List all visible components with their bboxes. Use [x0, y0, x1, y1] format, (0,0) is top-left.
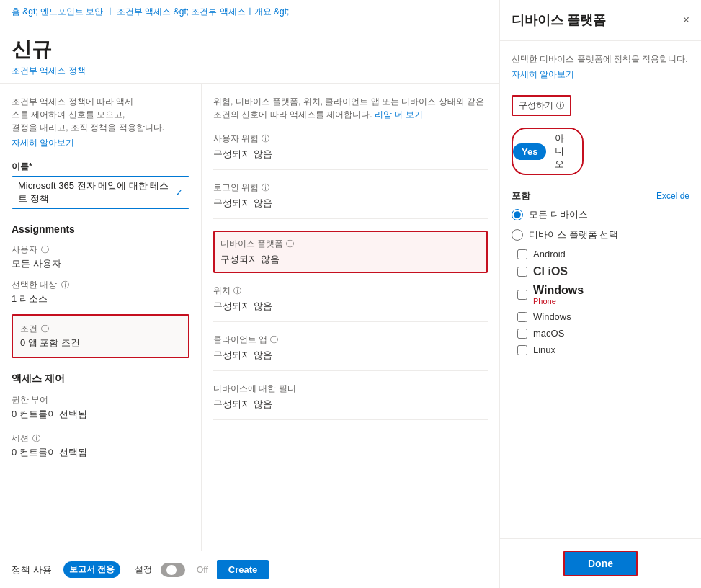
client-apps-field: 클라이언트 앱 ⓘ 구성되지 않음 [213, 334, 488, 371]
name-label: 이름* [12, 161, 189, 173]
target-value[interactable]: 1 리소스 [12, 293, 189, 306]
all-devices-radio[interactable] [512, 209, 523, 220]
configure-section: 구성하기 ⓘ Yes 아니오 [512, 95, 689, 175]
no-button[interactable]: 아니오 [546, 129, 582, 174]
login-risk-field: 로그인 위험 ⓘ 구성되지 않음 [213, 182, 488, 219]
side-panel-learn-more[interactable]: 자세히 알아보기 [512, 69, 574, 79]
select-platform-option[interactable]: 디바이스 플랫폼 선택 [512, 228, 689, 241]
side-panel-title: 디바이스 플랫폼 [512, 12, 606, 29]
linux-checkbox[interactable] [517, 345, 527, 355]
session-label: 세션 ⓘ [12, 432, 189, 445]
breadcrumb-conditional[interactable]: 조건부 액세스 &gt; [117, 6, 189, 17]
check-icon: ✓ [175, 187, 183, 198]
windows-checkbox[interactable] [517, 312, 527, 322]
macos-option: macOS [517, 328, 689, 339]
right-description: 위험, 디바이스 플랫폼, 위치, 클라이언트 앱 또는 디바이스 상태와 같은… [213, 95, 488, 121]
client-apps-info: ⓘ [270, 334, 278, 345]
ios-text: Cl iOS [533, 265, 568, 277]
condition-label: 조건 ⓘ [20, 323, 181, 335]
off-text: Off [197, 565, 208, 575]
permission-value[interactable]: 0 컨트롤이 선택됨 [12, 408, 189, 421]
windows-phone-sub: Phone [533, 297, 584, 306]
client-apps-label: 클라이언트 앱 ⓘ [213, 334, 488, 346]
login-risk-info: ⓘ [262, 182, 269, 193]
target-field: 선택한 대상 ⓘ 1 리소스 [12, 279, 189, 306]
location-value[interactable]: 구성되지 않음 [213, 300, 488, 313]
yes-button[interactable]: Yes [513, 143, 546, 160]
name-value: Microsoft 365 전자 메일에 대한 테스트 정책 [18, 179, 172, 205]
location-field: 위치 ⓘ 구성되지 않음 [213, 285, 488, 322]
breadcrumb-home[interactable]: 홈 &gt; [12, 6, 38, 17]
user-risk-info: ⓘ [262, 133, 269, 144]
login-risk-label: 로그인 위험 ⓘ [213, 182, 488, 194]
macos-label: macOS [533, 328, 564, 339]
name-input[interactable]: Microsoft 365 전자 메일에 대한 테스트 정책 ✓ [12, 176, 189, 209]
configure-label: 구성하기 ⓘ [512, 95, 571, 116]
configure-info-icon: ⓘ [556, 100, 564, 111]
breadcrumb: 홈 &gt; 엔드포인트 보안 ㅣ 조건부 액세스 &gt; 조건부 액세스ㅣ개… [0, 0, 499, 24]
location-label: 위치 ⓘ [213, 285, 488, 297]
windows-phone-label: Windows Phone [533, 284, 584, 306]
device-filter-value[interactable]: 구성되지 않음 [213, 398, 488, 411]
excel-link[interactable]: Excel de [656, 191, 689, 201]
windows-label: Windows [533, 311, 571, 322]
page-subtitle[interactable]: 조건부 액세스 정책 [12, 65, 488, 77]
macos-checkbox[interactable] [517, 329, 527, 339]
side-panel-footer: Done [500, 538, 701, 588]
yes-no-toggle[interactable]: Yes 아니오 [512, 128, 584, 175]
windows-phone-text: Windows [533, 284, 584, 297]
page-header: 신규 조건부 액세스 정책 [0, 24, 499, 84]
users-info-icon: ⓘ [41, 245, 49, 254]
breadcrumb-endpoint[interactable]: 엔드포인트 보안 [40, 6, 103, 17]
configure-text: 구성하기 [519, 99, 553, 112]
breadcrumb-detail[interactable]: 조건부 액세스ㅣ개요 &gt; [191, 6, 289, 17]
done-button[interactable]: Done [563, 551, 638, 576]
session-info-icon: ⓘ [32, 434, 40, 442]
side-panel-body: 선택한 디바이스 플랫폼에 정책을 적용합니다. 자세히 알아보기 구성하기 ⓘ… [500, 41, 701, 538]
permission-field: 권한 부여 0 컨트롤이 선택됨 [12, 394, 189, 421]
learn-more-link[interactable]: 자세히 알아보기 [12, 137, 189, 149]
condition-info-icon: ⓘ [41, 324, 49, 333]
select-platform-radio[interactable] [512, 229, 523, 241]
target-label: 선택한 대상 ⓘ [12, 279, 189, 291]
condition-box[interactable]: 조건 ⓘ 0 앱 포함 조건 [12, 314, 189, 358]
all-devices-option[interactable]: 모든 디바이스 [512, 208, 689, 221]
condition-value: 0 앱 포함 조건 [20, 337, 181, 349]
android-checkbox[interactable] [517, 249, 527, 259]
side-panel: 디바이스 플랫폼 × 선택한 디바이스 플랫폼에 정책을 적용합니다. 자세히 … [499, 0, 701, 588]
ios-label: Cl iOS [533, 265, 568, 278]
close-button[interactable]: × [683, 14, 689, 27]
device-platform-info: ⓘ [286, 239, 294, 249]
client-apps-value[interactable]: 구성되지 않음 [213, 349, 488, 362]
toggle-circle [166, 565, 177, 575]
report-mode-toggle[interactable]: 보고서 전용 [63, 561, 120, 578]
session-value[interactable]: 0 컨트롤이 선택됨 [12, 446, 189, 459]
ios-option: Cl iOS [517, 265, 689, 278]
login-risk-value[interactable]: 구성되지 않음 [213, 197, 488, 210]
windows-phone-checkbox[interactable] [517, 290, 527, 300]
linux-label: Linux [533, 344, 555, 355]
side-panel-description: 선택한 디바이스 플랫폼에 정책을 적용합니다. [512, 53, 689, 66]
right-panel: 위험, 디바이스 플랫폼, 위치, 클라이언트 앱 또는 디바이스 상태와 같은… [202, 84, 499, 551]
session-field: 세션 ⓘ 0 컨트롤이 선택됨 [12, 432, 189, 459]
name-field-group: 이름* Microsoft 365 전자 메일에 대한 테스트 정책 ✓ [12, 161, 189, 209]
user-risk-value[interactable]: 구성되지 않음 [213, 148, 488, 161]
page-description: 조건부 액세스 정책에 따라 액세 스를 제어하여 신호를 모으고, 결정을 내… [12, 95, 189, 134]
report-mode-text: 보고서 전용 [69, 564, 115, 576]
include-header: 포함 Excel de [512, 190, 689, 202]
device-platform-value: 구성되지 않음 [220, 253, 481, 266]
windows-option: Windows [517, 311, 689, 322]
users-value[interactable]: 모든 사용자 [12, 257, 189, 270]
create-button[interactable]: Create [217, 560, 269, 579]
breadcrumb-sep2: ㅣ [106, 6, 115, 17]
assignments-title: Assignments [12, 223, 189, 235]
policy-use-label: 정책 사용 [12, 564, 52, 576]
access-control-title: 액세스 제어 [12, 373, 189, 386]
ios-checkbox[interactable] [517, 267, 527, 277]
bottom-bar: 정책 사용 보고서 전용 설정 Off Create [0, 551, 499, 588]
off-toggle[interactable] [161, 563, 185, 577]
device-platform-field[interactable]: 디바이스 플랫폼 ⓘ 구성되지 않음 [213, 231, 488, 273]
settings-text: 설정 [135, 564, 152, 576]
right-learn-more[interactable]: 리암 더 보기 [375, 110, 423, 120]
user-risk-field: 사용자 위험 ⓘ 구성되지 않음 [213, 133, 488, 170]
